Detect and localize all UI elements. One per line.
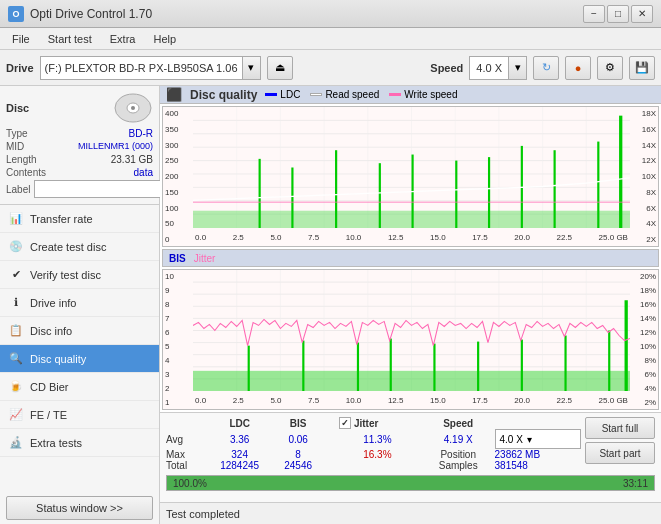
disc-contents-value: data xyxy=(134,167,153,178)
avg-bis: 0.06 xyxy=(273,429,323,449)
start-full-button[interactable]: Start full xyxy=(585,417,655,439)
legend-read-speed-label: Read speed xyxy=(325,89,379,100)
avg-ldc: 3.36 xyxy=(206,429,273,449)
bis-header: BIS xyxy=(273,417,323,429)
sidebar-item-label: Drive info xyxy=(30,297,76,309)
disc-quality-icon: 🔍 xyxy=(8,351,24,367)
titlebar-title: Opti Drive Control 1.70 xyxy=(30,7,152,21)
max-bis: 8 xyxy=(273,449,323,460)
svg-rect-26 xyxy=(455,161,457,228)
svg-rect-58 xyxy=(564,336,566,391)
max-label: Max xyxy=(166,449,206,460)
ldc-color xyxy=(265,93,277,96)
legend-ldc-label: LDC xyxy=(280,89,300,100)
jitter-header: ✓ Jitter xyxy=(333,417,422,429)
position-value: 23862 MB xyxy=(495,449,581,460)
titlebar-left: O Opti Drive Control 1.70 xyxy=(8,6,152,22)
drive-selector[interactable]: (F:) PLEXTOR BD-R PX-LB950SA 1.06 ▾ xyxy=(40,56,261,80)
sidebar-item-disc-info[interactable]: 📋 Disc info xyxy=(0,317,159,345)
menu-extra[interactable]: Extra xyxy=(102,31,144,47)
stats-row: LDC BIS ✓ Jitter Speed xyxy=(166,417,655,471)
create-test-disc-icon: 💿 xyxy=(8,239,24,255)
top-x-axis: 0.0 2.5 5.0 7.5 10.0 12.5 15.0 17.5 20.0… xyxy=(193,228,630,246)
start-part-button[interactable]: Start part xyxy=(585,442,655,464)
sidebar-item-fe-te[interactable]: 📈 FE / TE xyxy=(0,401,159,429)
samples-label: Samples xyxy=(439,460,478,471)
top-chart-svg-area xyxy=(193,107,630,228)
svg-rect-56 xyxy=(477,342,479,391)
svg-rect-31 xyxy=(619,116,622,228)
menu-file[interactable]: File xyxy=(4,31,38,47)
speed-dropdown-arrow[interactable]: ▾ xyxy=(508,57,526,79)
charts-area: 400 350 300 250 200 150 100 50 0 18X 16X… xyxy=(160,104,661,412)
svg-rect-53 xyxy=(357,343,359,391)
sidebar-item-transfer-rate[interactable]: 📊 Transfer rate xyxy=(0,205,159,233)
drive-dropdown-arrow[interactable]: ▾ xyxy=(242,57,260,79)
app-icon: O xyxy=(8,6,24,22)
speed-selector[interactable]: 4.0 X ▾ xyxy=(469,56,527,80)
sidebar-item-disc-quality[interactable]: 🔍 Disc quality xyxy=(0,345,159,373)
menu-start-test[interactable]: Start test xyxy=(40,31,100,47)
sidebar-item-cd-bier[interactable]: 🍺 CD Bier xyxy=(0,373,159,401)
avg-speed: 4.19 X xyxy=(422,429,495,449)
svg-rect-57 xyxy=(521,340,523,391)
menu-help[interactable]: Help xyxy=(145,31,184,47)
speed-value: 4.0 X xyxy=(470,62,508,74)
sidebar-item-label: Disc info xyxy=(30,325,72,337)
legend-ldc: LDC xyxy=(265,89,300,100)
disc-type-label: Type xyxy=(6,128,28,139)
bottom-chart-panel: 10 9 8 7 6 5 4 3 2 1 20% 18% 16% 14% xyxy=(162,269,659,410)
sidebar-item-create-test-disc[interactable]: 💿 Create test disc xyxy=(0,233,159,261)
settings-button[interactable]: ⚙ xyxy=(597,56,623,80)
disc-label-input[interactable] xyxy=(34,180,167,198)
burn-button[interactable]: ● xyxy=(565,56,591,80)
eject-button[interactable]: ⏏ xyxy=(267,56,293,80)
speed-select-display[interactable]: 4.0 X ▾ xyxy=(495,429,581,449)
disc-info-icon: 📋 xyxy=(8,323,24,339)
verify-test-disc-icon: ✔ xyxy=(8,267,24,283)
sidebar-item-verify-test-disc[interactable]: ✔ Verify test disc xyxy=(0,261,159,289)
svg-rect-22 xyxy=(291,168,293,229)
legend: LDC Read speed Write speed xyxy=(265,89,457,100)
disc-mid-row: MID MILLENMR1 (000) xyxy=(6,141,153,152)
svg-rect-59 xyxy=(608,331,610,392)
save-button[interactable]: 💾 xyxy=(629,56,655,80)
minimize-button[interactable]: − xyxy=(583,5,605,23)
jitter-label: Jitter xyxy=(194,253,216,264)
bottom-y-right: 20% 18% 16% 14% 12% 10% 8% 6% 4% 2% xyxy=(630,270,658,409)
sidebar-item-drive-info[interactable]: ℹ Drive info xyxy=(0,289,159,317)
legend-write-speed-label: Write speed xyxy=(404,89,457,100)
sidebar-item-label: Disc quality xyxy=(30,353,86,365)
legend-read-speed: Read speed xyxy=(310,89,379,100)
main-layout: Disc Type BD-R MID MILLENMR1 (000) Leng xyxy=(0,86,661,524)
toolbar: Drive (F:) PLEXTOR BD-R PX-LB950SA 1.06 … xyxy=(0,50,661,86)
samples-value: 381548 xyxy=(495,460,581,471)
disc-section: Disc Type BD-R MID MILLENMR1 (000) Leng xyxy=(0,86,159,205)
svg-rect-24 xyxy=(379,163,381,228)
status-window-button[interactable]: Status window >> xyxy=(6,496,153,520)
bottom-chart-svg-area xyxy=(193,270,630,391)
svg-rect-60 xyxy=(625,300,628,391)
disc-contents-label: Contents xyxy=(6,167,46,178)
menubar: File Start test Extra Help xyxy=(0,28,661,50)
stats-table: LDC BIS ✓ Jitter Speed xyxy=(166,417,581,471)
close-button[interactable]: ✕ xyxy=(631,5,653,23)
action-buttons: Start full Start part xyxy=(585,417,655,464)
refresh-button[interactable]: ↻ xyxy=(533,56,559,80)
sidebar-item-extra-tests[interactable]: 🔬 Extra tests xyxy=(0,429,159,457)
disc-mid-label: MID xyxy=(6,141,24,152)
max-ldc: 324 xyxy=(206,449,273,460)
jitter-checkbox[interactable]: ✓ xyxy=(339,417,351,429)
sidebar-item-label: Extra tests xyxy=(30,437,82,449)
right-panel: ⬛ Disc quality LDC Read speed Write spee… xyxy=(160,86,661,524)
avg-label: Avg xyxy=(166,429,206,449)
titlebar-controls: − □ ✕ xyxy=(583,5,653,23)
disc-quality-title: Disc quality xyxy=(190,88,257,102)
sidebar-item-label: CD Bier xyxy=(30,381,69,393)
speed-label: Speed xyxy=(430,62,463,74)
bottom-x-axis: 0.0 2.5 5.0 7.5 10.0 12.5 15.0 17.5 20.0… xyxy=(193,391,630,409)
drive-label: Drive xyxy=(6,62,34,74)
read-speed-color xyxy=(310,93,322,96)
maximize-button[interactable]: □ xyxy=(607,5,629,23)
avg-jitter: 11.3% xyxy=(333,429,422,449)
